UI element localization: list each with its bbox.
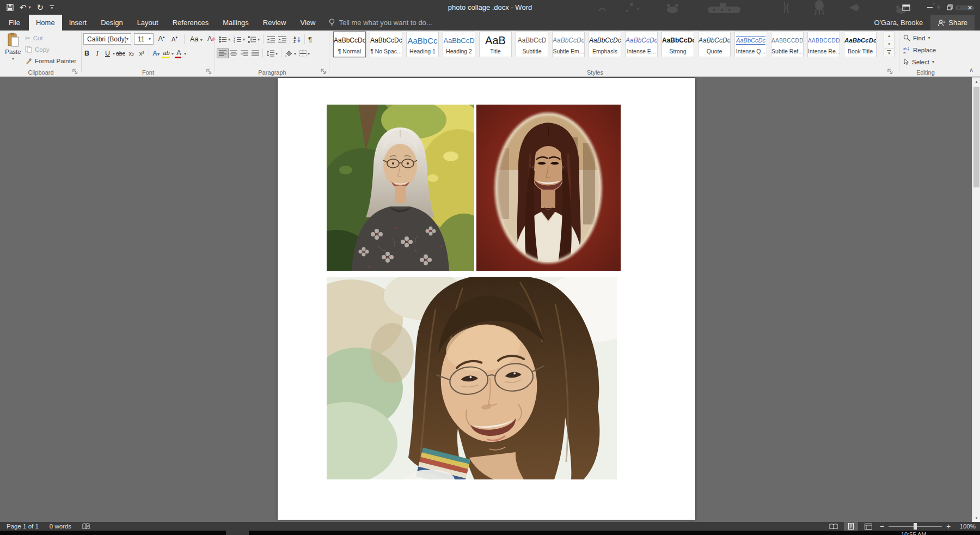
account-name[interactable]: O'Gara, Brooke xyxy=(868,19,928,27)
minimize-button[interactable] xyxy=(920,0,940,15)
styles-scroll-down-icon[interactable]: ▾ xyxy=(884,40,895,48)
replace-button[interactable]: ab ac Replace xyxy=(903,45,936,54)
zoom-slider[interactable] xyxy=(889,522,942,531)
font-family-select[interactable]: Calibri (Body) ▾ xyxy=(83,33,131,45)
scroll-up-icon[interactable]: ▴ xyxy=(972,77,980,86)
style-card-book-title[interactable]: AaBbCcDcBook Title xyxy=(844,32,877,57)
find-button[interactable]: Find ▾ xyxy=(903,33,936,42)
scrollbar-thumb[interactable] xyxy=(973,87,979,187)
decrease-indent-button[interactable] xyxy=(265,35,277,44)
paste-button[interactable]: Paste ▾ xyxy=(3,32,23,71)
taskbar-button-edge[interactable] xyxy=(226,531,249,535)
font-color-button[interactable]: A xyxy=(174,48,184,59)
word-count[interactable]: 0 words xyxy=(50,523,71,530)
change-case-button[interactable]: Aa ▾ xyxy=(189,34,204,44)
undo-dropdown-caret-icon[interactable]: ▾ xyxy=(29,5,31,10)
superscript-button[interactable]: x² xyxy=(137,49,147,58)
copy-button[interactable]: Copy xyxy=(25,45,76,54)
customize-qat-icon[interactable]: ▾ xyxy=(50,5,54,9)
scroll-down-icon[interactable]: ▾ xyxy=(972,514,980,522)
tab-layout[interactable]: Layout xyxy=(130,15,166,31)
line-spacing-button[interactable]: ▾ xyxy=(265,49,279,58)
font-color-caret-icon[interactable]: ▾ xyxy=(184,51,186,56)
text-effects-button[interactable]: A▾ xyxy=(151,48,161,58)
subscript-button[interactable]: x₂ xyxy=(126,49,137,58)
clipboard-dialog-launcher-icon[interactable] xyxy=(72,68,78,75)
strikethrough-button[interactable]: abc xyxy=(115,49,126,58)
style-card-heading1[interactable]: AaBbCcHeading 1 xyxy=(406,32,439,57)
zoom-level[interactable]: 100% xyxy=(955,523,976,530)
tab-review[interactable]: Review xyxy=(256,15,293,31)
style-card-title[interactable]: AaBTitle xyxy=(479,32,512,57)
document-page[interactable] xyxy=(278,78,695,520)
style-card-no-spacing[interactable]: AaBbCcDc¶ No Spac... xyxy=(370,32,402,57)
style-card-intense-reference[interactable]: AABBCCDDIntense Re... xyxy=(807,32,840,57)
style-card-intense-emphasis[interactable]: AaBbCcDcIntense E... xyxy=(625,32,658,57)
share-button[interactable]: Share xyxy=(930,15,975,31)
underline-button[interactable]: U xyxy=(102,48,113,58)
styles-dialog-launcher-icon[interactable] xyxy=(887,68,893,75)
zoom-out-button[interactable]: − xyxy=(879,522,885,531)
style-card-quote[interactable]: AaBbCcDcQuote xyxy=(698,32,731,57)
tab-references[interactable]: References xyxy=(166,15,216,31)
page-indicator[interactable]: Page 1 of 1 xyxy=(7,523,39,530)
read-mode-button[interactable] xyxy=(826,522,841,531)
style-card-strong[interactable]: AaBbCcDcStrong xyxy=(661,32,694,57)
vertical-scrollbar[interactable]: ▴ ▾ xyxy=(972,77,980,522)
style-card-emphasis[interactable]: AaBbCcDcEmphasis xyxy=(589,32,621,57)
justify-button[interactable] xyxy=(250,49,261,58)
proofing-status-icon[interactable] xyxy=(82,523,90,530)
redo-icon[interactable]: ↻ xyxy=(37,0,44,15)
increase-indent-button[interactable] xyxy=(277,35,288,44)
text-highlight-button[interactable]: ab xyxy=(161,48,171,59)
paragraph-dialog-launcher-icon[interactable] xyxy=(320,68,327,75)
style-card-subtle-emphasis[interactable]: AaBbCcDcSubtle Em... xyxy=(552,32,585,57)
style-card-normal[interactable]: AaBbCcDc¶ Normal xyxy=(333,32,366,57)
photo-oval-portrait[interactable] xyxy=(476,105,621,271)
tell-me-box[interactable]: Tell me what you want to do... xyxy=(329,15,432,31)
styles-more-icon[interactable]: ▾ xyxy=(884,48,895,57)
align-right-button[interactable] xyxy=(239,49,250,58)
select-button[interactable]: Select ▾ xyxy=(903,57,936,66)
italic-button[interactable]: I xyxy=(92,48,102,59)
grow-font-button[interactable]: A▴ xyxy=(156,34,167,44)
align-left-button[interactable] xyxy=(217,49,228,58)
format-painter-button[interactable]: Format Painter xyxy=(25,56,76,65)
photo-garden-portrait[interactable] xyxy=(327,105,474,271)
font-dialog-launcher-icon[interactable] xyxy=(206,68,212,75)
close-button[interactable]: × xyxy=(960,0,980,15)
ribbon-display-options-icon[interactable] xyxy=(897,0,915,15)
tab-mailings[interactable]: Mailings xyxy=(216,15,256,31)
style-card-intense-quote[interactable]: AaBbCcDcIntense Q... xyxy=(734,32,767,57)
tab-file[interactable]: File xyxy=(0,15,29,31)
style-card-subtitle[interactable]: AaBbCcDSubtitle xyxy=(516,32,548,57)
zoom-slider-thumb[interactable] xyxy=(914,523,917,530)
tab-view[interactable]: View xyxy=(293,15,322,31)
shrink-font-button[interactable]: A▾ xyxy=(169,34,180,44)
bullets-button[interactable]: ▾ xyxy=(217,35,232,44)
borders-button[interactable]: ▾ xyxy=(298,49,311,58)
print-layout-button[interactable] xyxy=(844,522,858,531)
tab-design[interactable]: Design xyxy=(94,15,130,31)
web-layout-button[interactable] xyxy=(861,522,875,531)
save-icon[interactable] xyxy=(7,4,14,11)
style-card-subtle-reference[interactable]: AABBCCDDSubtle Ref... xyxy=(771,32,804,57)
cut-button[interactable]: ✂ Cut xyxy=(25,33,76,42)
bold-button[interactable]: B xyxy=(82,48,92,58)
windows-taskbar-edge[interactable]: 10:55 AM xyxy=(0,531,980,535)
zoom-in-button[interactable]: + xyxy=(945,522,952,531)
styles-scroll-up-icon[interactable]: ▴ xyxy=(884,32,895,40)
show-formatting-marks-button[interactable]: ¶ xyxy=(307,34,314,45)
font-size-select[interactable]: 11 ▾ xyxy=(134,33,154,45)
style-card-heading2[interactable]: AaBbCcDHeading 2 xyxy=(443,32,475,57)
undo-icon[interactable]: ↶ xyxy=(20,0,27,15)
tab-home[interactable]: Home xyxy=(29,15,62,31)
numbering-button[interactable]: 123 ▾ xyxy=(232,35,247,44)
restore-button[interactable] xyxy=(940,0,960,15)
multilevel-list-button[interactable]: ▾ xyxy=(247,35,261,44)
shading-button[interactable]: ▾ xyxy=(283,49,298,58)
tab-insert[interactable]: Insert xyxy=(62,15,94,31)
photo-closeup-portrait[interactable] xyxy=(327,277,617,479)
sort-button[interactable]: AZ xyxy=(292,35,303,44)
align-center-button[interactable] xyxy=(228,49,239,58)
